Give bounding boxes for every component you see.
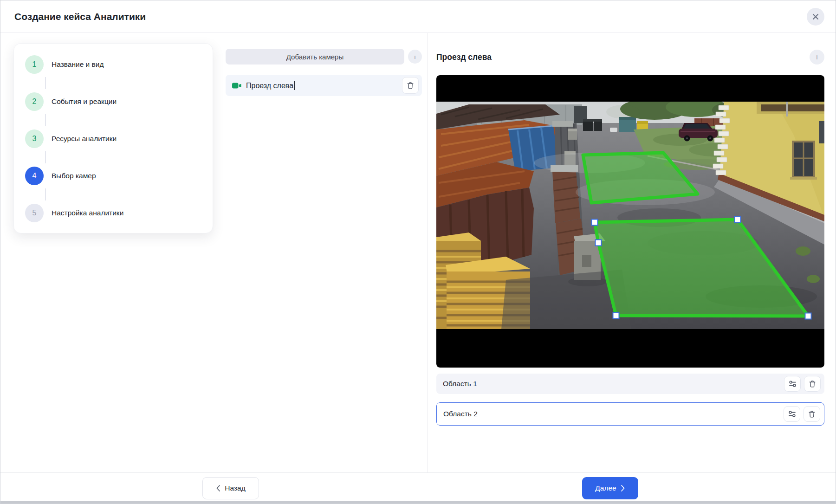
dialog-footer: Назад Далее bbox=[0, 472, 836, 502]
step-connector bbox=[45, 188, 46, 200]
close-icon bbox=[812, 13, 819, 20]
back-button-label: Назад bbox=[225, 484, 245, 492]
step-2-label: События и реакции bbox=[52, 97, 117, 106]
wizard-stepper: 1 Название и вид 2 События и реакции 3 Р… bbox=[13, 43, 213, 233]
area-handle[interactable] bbox=[596, 240, 602, 246]
chevron-right-icon bbox=[621, 485, 625, 492]
area-handle[interactable] bbox=[735, 217, 741, 223]
trash-icon bbox=[809, 380, 816, 388]
text-caret bbox=[294, 81, 295, 90]
chevron-left-icon bbox=[216, 485, 220, 492]
sliders-icon bbox=[788, 410, 796, 418]
next-button[interactable]: Далее bbox=[582, 477, 638, 499]
camera-name-field[interactable]: Проезд слева bbox=[246, 81, 295, 90]
area-2-label: Область 2 bbox=[443, 410, 478, 418]
cameras-info-button[interactable]: i bbox=[408, 50, 422, 64]
step-2-number: 2 bbox=[25, 92, 44, 111]
back-button[interactable]: Назад bbox=[202, 477, 259, 499]
preview-info-button[interactable]: i bbox=[810, 50, 824, 65]
areas-list: Область 1 bbox=[436, 374, 824, 434]
step-5-label: Настройка аналитики bbox=[52, 209, 123, 217]
area-2-settings-button[interactable] bbox=[784, 406, 800, 422]
step-3-number: 3 bbox=[25, 129, 44, 148]
step-5-number: 5 bbox=[25, 204, 44, 222]
step-4-label: Выбор камер bbox=[52, 172, 96, 180]
step-1-label: Название и вид bbox=[52, 60, 104, 69]
area-1-label: Область 1 bbox=[443, 380, 477, 388]
dialog-header: Создание кейса Аналитики bbox=[0, 0, 836, 33]
step-4-number: 4 bbox=[25, 167, 44, 185]
camera-list-item[interactable]: Проезд слева bbox=[226, 75, 422, 96]
step-4-camera-selection[interactable]: 4 Выбор камер bbox=[25, 167, 213, 185]
camera-preview-panel: Проезд слева i bbox=[436, 48, 824, 66]
step-3-analytics-resources[interactable]: 3 Ресурсы аналитики bbox=[25, 129, 213, 148]
add-cameras-button[interactable]: Добавить камеры bbox=[226, 49, 404, 65]
area-handle[interactable] bbox=[805, 313, 811, 319]
area-handle[interactable] bbox=[613, 313, 619, 319]
trash-icon bbox=[407, 82, 414, 90]
trash-icon bbox=[808, 410, 816, 418]
camera-frame-image bbox=[436, 102, 824, 329]
camera-icon bbox=[232, 83, 241, 89]
cameras-column: Добавить камеры i Проезд слева bbox=[226, 49, 422, 96]
area-row-2[interactable]: Область 2 bbox=[436, 402, 824, 426]
area-row-1[interactable]: Область 1 bbox=[436, 374, 824, 394]
camera-frame bbox=[436, 75, 824, 368]
column-divider bbox=[427, 33, 428, 472]
dialog-title: Создание кейса Аналитики bbox=[14, 0, 146, 33]
area-1-delete-button[interactable] bbox=[804, 376, 821, 392]
delete-camera-button[interactable] bbox=[402, 77, 419, 94]
step-2-events-reactions[interactable]: 2 События и реакции bbox=[25, 92, 213, 111]
close-button[interactable] bbox=[807, 8, 824, 26]
create-analytics-case-dialog: Создание кейса Аналитики 1 Название и ви… bbox=[0, 0, 836, 504]
step-connector bbox=[45, 114, 46, 126]
step-5-analytics-settings[interactable]: 5 Настройка аналитики bbox=[25, 204, 213, 222]
step-1-number: 1 bbox=[25, 55, 44, 74]
camera-preview-title: Проезд слева bbox=[436, 48, 492, 66]
step-1-name-and-type[interactable]: 1 Название и вид bbox=[25, 55, 213, 74]
area-2-delete-button[interactable] bbox=[804, 406, 820, 422]
step-connector bbox=[45, 151, 46, 163]
step-3-label: Ресурсы аналитики bbox=[52, 135, 117, 143]
area-handle[interactable] bbox=[592, 220, 598, 226]
step-connector bbox=[45, 77, 46, 89]
area-1-settings-button[interactable] bbox=[784, 376, 801, 392]
sliders-icon bbox=[789, 380, 797, 388]
window-bottom-edge bbox=[0, 501, 836, 504]
next-button-label: Далее bbox=[595, 484, 616, 492]
